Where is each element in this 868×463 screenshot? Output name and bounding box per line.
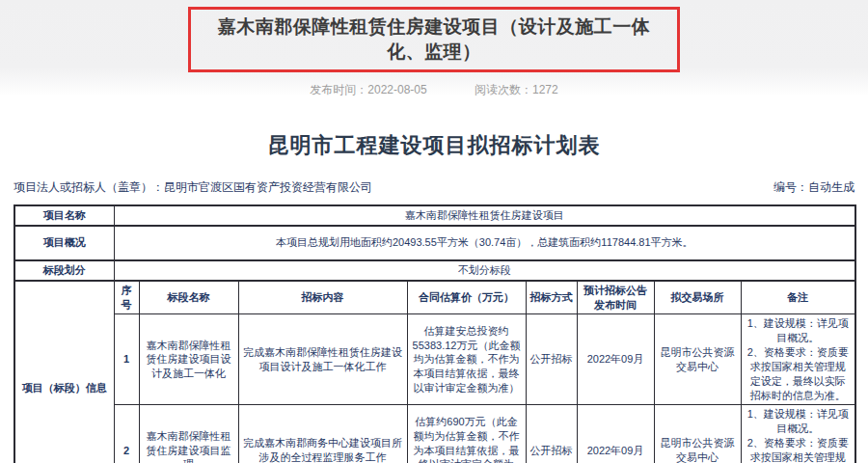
section-info-label: 项目（标段）信息: [14, 281, 114, 463]
col-header-method: 招标方式: [526, 281, 577, 314]
row2-estimate: 估算约690万元（此金额均为估算金额，不作为本项目结算依据，最终以审计审定金额为…: [407, 405, 526, 463]
article-meta: 发布时间：2022-08-05 阅读次数：1272: [0, 82, 868, 98]
row1-section-name: 嘉木南郡保障性租赁住房建设项目设计及施工一体化: [139, 314, 238, 405]
publish-time: 发布时间：2022-08-05: [310, 82, 426, 98]
article-title-box: 嘉木南郡保障性租赁住房建设项目（设计及施工一体化、监理）: [188, 7, 680, 72]
document-body: 项目法人或招标人（盖章）：昆明市官渡区国有资产投资经营有限公司 编号：自动生成 …: [14, 179, 854, 463]
project-name-value: 嘉木南郡保障性租赁住房建设项目: [114, 205, 855, 226]
row1-venue: 昆明市公共资源交易中心: [654, 314, 741, 405]
col-header-section-name: 标段名称: [139, 281, 238, 314]
row1-estimate: 估算建安总投资约55383.12万元（此金额均为估算金额，不作为本项目结算依据，…: [407, 314, 526, 405]
division-value: 不划分标段: [114, 260, 855, 281]
row2-method: 公开招标: [526, 405, 577, 463]
row1-no: 1: [114, 314, 139, 405]
page-header-band: 嘉木南郡保障性租赁住房建设项目（设计及施工一体化、监理） 发布时间：2022-0…: [0, 0, 868, 96]
col-header-estimate: 合同估算价（万元）: [407, 281, 526, 314]
project-name-label: 项目名称: [14, 205, 114, 226]
row2-content: 完成嘉木南郡商务中心建设项目所涉及的全过程监理服务工作: [238, 405, 407, 463]
view-count-label: 阅读次数：: [475, 83, 532, 96]
row1-announce-time: 2022年09月: [577, 314, 654, 405]
project-overview-label: 项目概况: [14, 226, 114, 260]
col-header-no: 序号: [114, 281, 139, 314]
col-header-content: 招标内容: [238, 281, 407, 314]
legal-person-value: 昆明市官渡区国有资产投资经营有限公司: [164, 180, 372, 194]
table-row: 1 嘉木南郡保障性租赁住房建设项目设计及施工一体化 完成嘉木南郡保障性租赁住房建…: [14, 314, 855, 405]
document-number: 编号：自动生成: [773, 179, 854, 196]
row-division: 标段划分 不划分标段: [14, 260, 855, 281]
document-info-line: 项目法人或招标人（盖章）：昆明市官渡区国有资产投资经营有限公司 编号：自动生成: [14, 179, 854, 196]
col-header-venue: 拟交易场所: [654, 281, 741, 314]
row2-venue: 昆明市公共资源交易中心: [654, 405, 741, 463]
article-title: 嘉木南郡保障性租赁住房建设项目（设计及施工一体化、监理）: [218, 16, 651, 62]
row2-no: 2: [114, 405, 139, 463]
row1-remark: 1、建设规模：详见项目概况。 2、资格要求：资质要求按国家相关管理规定设定，最终…: [741, 314, 855, 405]
col-header-announce-time: 预计招标公告发布时间: [577, 281, 654, 314]
row1-method: 公开招标: [526, 314, 577, 405]
document-number-label: 编号：: [773, 180, 808, 194]
row-project-overview: 项目概况 本项目总规划用地面积约20493.55平方米（30.74亩），总建筑面…: [14, 226, 855, 260]
row1-content: 完成嘉木南郡保障性租赁住房建设项目设计及施工一体化工作: [238, 314, 407, 405]
publish-time-label: 发布时间：: [310, 83, 367, 96]
publish-time-value: 2022-08-05: [367, 83, 426, 96]
legal-person-label: 项目法人或招标人（盖章）：: [14, 180, 164, 194]
row2-remark: 1、建设规模：详见项目概况。 2、资格要求：资质要求按国家相关管理规定设定，最终…: [741, 405, 855, 463]
bid-plan-table: 项目名称 嘉木南郡保障性租赁住房建设项目 项目概况 本项目总规划用地面积约204…: [14, 204, 856, 463]
row2-announce-time: 2022年09月: [577, 405, 654, 463]
table-row: 2 嘉木南郡保障性租赁住房建设项目监理 完成嘉木南郡商务中心建设项目所涉及的全过…: [14, 405, 855, 463]
legal-person: 项目法人或招标人（盖章）：昆明市官渡区国有资产投资经营有限公司: [14, 179, 372, 196]
row2-section-name: 嘉木南郡保障性租赁住房建设项目监理: [139, 405, 238, 463]
document-heading: 昆明市工程建设项目拟招标计划表: [0, 131, 868, 160]
row-section-headers: 项目（标段）信息 序号 标段名称 招标内容 合同估算价（万元） 招标方式 预计招…: [14, 281, 855, 314]
col-header-remark: 备注: [741, 281, 855, 314]
division-label: 标段划分: [14, 260, 114, 281]
view-count-value: 1272: [532, 83, 558, 96]
row-project-name: 项目名称 嘉木南郡保障性租赁住房建设项目: [14, 205, 855, 226]
view-count: 阅读次数：1272: [475, 82, 558, 98]
document-number-value: 自动生成: [808, 180, 854, 194]
project-overview-value: 本项目总规划用地面积约20493.55平方米（30.74亩），总建筑面积约117…: [114, 226, 855, 260]
